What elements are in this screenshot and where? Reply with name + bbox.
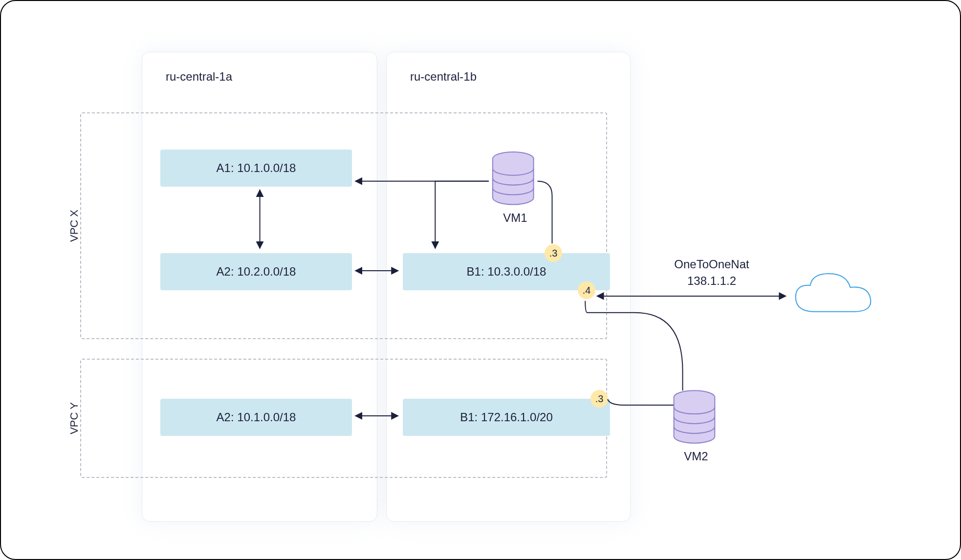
- subnet-y-b1: B1: 172.16.1.0/20: [403, 399, 610, 436]
- vpc-x-label: VPC X: [68, 210, 81, 242]
- zone-b-label: ru-central-1b: [410, 70, 477, 84]
- zone-a-label: ru-central-1a: [166, 70, 232, 84]
- nat-label: OneToOneNat 138.1.1.2: [658, 256, 765, 289]
- badge-x-b1-top: .3: [545, 244, 562, 262]
- vm2-label: VM2: [677, 450, 716, 463]
- cloud-icon: [796, 274, 871, 312]
- subnet-x-a2: A2: 10.2.0.0/18: [160, 253, 352, 290]
- badge-x-b1-bottom: .4: [578, 281, 595, 299]
- nat-ip: 138.1.1.2: [687, 274, 736, 287]
- subnet-y-a2: A2: 10.1.0.0/18: [160, 399, 352, 436]
- database-icon: [674, 390, 715, 443]
- subnet-x-a1: A1: 10.1.0.0/18: [160, 150, 352, 187]
- vm1-label: VM1: [496, 211, 535, 225]
- vpc-x: VPC X: [80, 112, 607, 339]
- nat-title: OneToOneNat: [674, 258, 749, 271]
- vpc-y-label: VPC Y: [68, 402, 81, 434]
- diagram-canvas: ru-central-1a ru-central-1b VPC X VPC Y …: [0, 0, 961, 560]
- svg-point-1: [674, 390, 715, 404]
- badge-y-b1: .3: [590, 390, 608, 408]
